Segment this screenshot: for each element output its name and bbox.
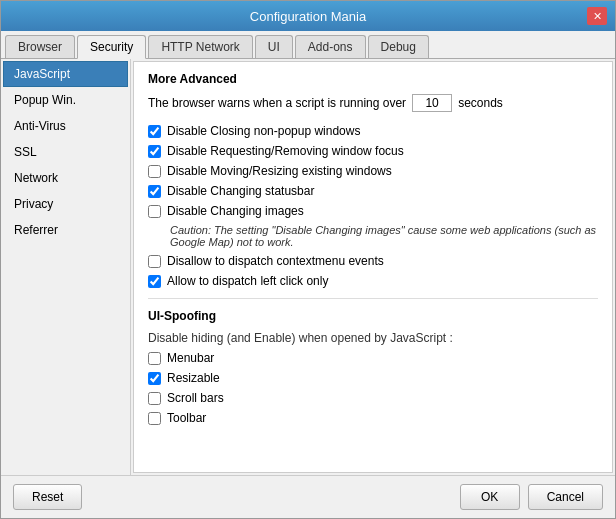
checkbox-disable-changing-images-label: Disable Changing images xyxy=(167,204,304,218)
checkbox-resizable: Resizable xyxy=(148,371,598,385)
tab-add-ons[interactable]: Add-ons xyxy=(295,35,366,58)
checkbox-disable-changing-status-label: Disable Changing statusbar xyxy=(167,184,314,198)
ok-button[interactable]: OK xyxy=(460,484,520,510)
cancel-button[interactable]: Cancel xyxy=(528,484,603,510)
sidebar-item-anti-virus[interactable]: Anti-Virus xyxy=(3,113,128,139)
checkbox-disable-moving-input[interactable] xyxy=(148,165,161,178)
timer-input[interactable] xyxy=(412,94,452,112)
divider xyxy=(148,298,598,299)
timer-text-after: seconds xyxy=(458,96,503,110)
checkbox-toolbar: Toolbar xyxy=(148,411,598,425)
checkbox-disable-changing-status: Disable Changing statusbar xyxy=(148,184,598,198)
main-window: Configuration Mania ✕ Browser Security H… xyxy=(0,0,616,519)
checkbox-allow-left-click: Allow to dispatch left click only xyxy=(148,274,598,288)
right-buttons: OK Cancel xyxy=(460,484,603,510)
checkbox-disable-closing: Disable Closing non-popup windows xyxy=(148,124,598,138)
checkbox-menubar-input[interactable] xyxy=(148,352,161,365)
sidebar-item-popup-win[interactable]: Popup Win. xyxy=(3,87,128,113)
sidebar: JavaScript Popup Win. Anti-Virus SSL Net… xyxy=(1,59,131,475)
checkbox-disallow-dispatch-input[interactable] xyxy=(148,255,161,268)
caution-text: Caution: The setting "Disable Changing i… xyxy=(170,224,598,248)
title-bar: Configuration Mania ✕ xyxy=(1,1,615,31)
checkbox-allow-left-click-label: Allow to dispatch left click only xyxy=(167,274,328,288)
tab-browser[interactable]: Browser xyxy=(5,35,75,58)
checkbox-disable-changing-images: Disable Changing images xyxy=(148,204,598,218)
checkbox-toolbar-input[interactable] xyxy=(148,412,161,425)
checkbox-disable-closing-input[interactable] xyxy=(148,125,161,138)
sidebar-item-ssl[interactable]: SSL xyxy=(3,139,128,165)
checkbox-disable-requesting: Disable Requesting/Removing window focus xyxy=(148,144,598,158)
tab-debug[interactable]: Debug xyxy=(368,35,429,58)
checkbox-scroll-bars: Scroll bars xyxy=(148,391,598,405)
checkbox-disable-closing-label: Disable Closing non-popup windows xyxy=(167,124,360,138)
ui-spoofing-description: Disable hiding (and Enable) when opened … xyxy=(148,331,598,345)
sidebar-item-privacy[interactable]: Privacy xyxy=(3,191,128,217)
tab-http-network[interactable]: HTTP Network xyxy=(148,35,252,58)
sidebar-item-javascript[interactable]: JavaScript xyxy=(3,61,128,87)
sidebar-item-network[interactable]: Network xyxy=(3,165,128,191)
section-title: More Advanced xyxy=(148,72,598,86)
tab-security[interactable]: Security xyxy=(77,35,146,59)
tab-ui[interactable]: UI xyxy=(255,35,293,58)
checkbox-disallow-dispatch: Disallow to dispatch contextmenu events xyxy=(148,254,598,268)
checkbox-resizable-label: Resizable xyxy=(167,371,220,385)
checkbox-menubar: Menubar xyxy=(148,351,598,365)
bottom-bar: Reset OK Cancel xyxy=(1,475,615,518)
checkbox-scroll-bars-label: Scroll bars xyxy=(167,391,224,405)
checkbox-scroll-bars-input[interactable] xyxy=(148,392,161,405)
checkbox-disable-requesting-label: Disable Requesting/Removing window focus xyxy=(167,144,404,158)
checkbox-resizable-input[interactable] xyxy=(148,372,161,385)
sidebar-item-referrer[interactable]: Referrer xyxy=(3,217,128,243)
reset-button[interactable]: Reset xyxy=(13,484,82,510)
checkbox-toolbar-label: Toolbar xyxy=(167,411,206,425)
checkbox-disable-moving-label: Disable Moving/Resizing existing windows xyxy=(167,164,392,178)
timer-text-before: The browser warns when a script is runni… xyxy=(148,96,406,110)
checkbox-allow-left-click-input[interactable] xyxy=(148,275,161,288)
checkbox-disallow-dispatch-label: Disallow to dispatch contextmenu events xyxy=(167,254,384,268)
tab-bar: Browser Security HTTP Network UI Add-ons… xyxy=(1,31,615,59)
checkbox-disable-requesting-input[interactable] xyxy=(148,145,161,158)
checkbox-disable-changing-status-input[interactable] xyxy=(148,185,161,198)
content-scroll[interactable]: More Advanced The browser warns when a s… xyxy=(134,62,612,472)
checkbox-disable-moving: Disable Moving/Resizing existing windows xyxy=(148,164,598,178)
close-button[interactable]: ✕ xyxy=(587,7,607,25)
checkbox-menubar-label: Menubar xyxy=(167,351,214,365)
timer-row: The browser warns when a script is runni… xyxy=(148,94,598,112)
ui-spoofing-title: UI-Spoofing xyxy=(148,309,598,323)
ui-spoofing-section: UI-Spoofing Disable hiding (and Enable) … xyxy=(148,309,598,425)
content-area: More Advanced The browser warns when a s… xyxy=(133,61,613,473)
main-area: JavaScript Popup Win. Anti-Virus SSL Net… xyxy=(1,59,615,475)
checkbox-disable-changing-images-input[interactable] xyxy=(148,205,161,218)
window-title: Configuration Mania xyxy=(29,9,587,24)
